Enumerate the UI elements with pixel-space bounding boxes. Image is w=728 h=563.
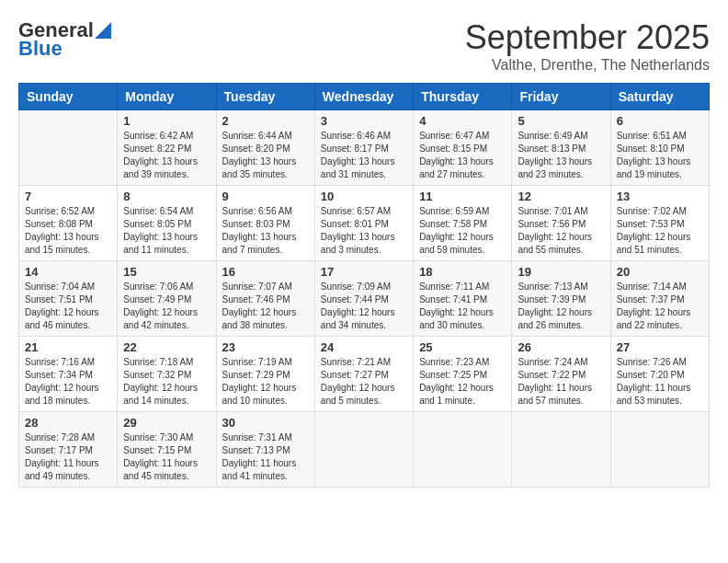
- calendar-cell: 1Sunrise: 6:42 AM Sunset: 8:22 PM Daylig…: [118, 110, 216, 186]
- calendar-cell: 18Sunrise: 7:11 AM Sunset: 7:41 PM Dayli…: [414, 261, 512, 337]
- calendar-cell: 3Sunrise: 6:46 AM Sunset: 8:17 PM Daylig…: [314, 110, 413, 186]
- weekday-header-thursday: Thursday: [414, 84, 512, 110]
- location: Valthe, Drenthe, The Netherlands: [465, 57, 710, 74]
- calendar-cell: 17Sunrise: 7:09 AM Sunset: 7:44 PM Dayli…: [314, 261, 413, 337]
- calendar-body: 1Sunrise: 6:42 AM Sunset: 8:22 PM Daylig…: [19, 110, 710, 488]
- day-number: 3: [321, 114, 407, 128]
- logo-blue: Blue: [18, 37, 63, 61]
- calendar-cell: [19, 110, 118, 186]
- weekday-header-sunday: Sunday: [19, 84, 118, 110]
- day-number: 30: [222, 416, 309, 430]
- calendar-cell: [414, 412, 512, 488]
- day-info: Sunrise: 6:56 AM Sunset: 8:03 PM Dayligh…: [222, 205, 309, 257]
- weekday-header-friday: Friday: [512, 84, 610, 110]
- day-number: 19: [518, 265, 604, 279]
- svg-marker-0: [95, 22, 111, 39]
- calendar-cell: 26Sunrise: 7:24 AM Sunset: 7:22 PM Dayli…: [512, 337, 610, 412]
- day-number: 6: [617, 114, 703, 128]
- day-info: Sunrise: 6:59 AM Sunset: 7:58 PM Dayligh…: [419, 205, 506, 257]
- calendar-week-5: 28Sunrise: 7:28 AM Sunset: 7:17 PM Dayli…: [19, 412, 710, 488]
- day-info: Sunrise: 7:24 AM Sunset: 7:22 PM Dayligh…: [518, 356, 604, 408]
- day-info: Sunrise: 7:11 AM Sunset: 7:41 PM Dayligh…: [419, 281, 506, 332]
- calendar-cell: 24Sunrise: 7:21 AM Sunset: 7:27 PM Dayli…: [314, 337, 413, 412]
- calendar-header-row: SundayMondayTuesdayWednesdayThursdayFrid…: [19, 84, 710, 110]
- calendar-cell: 28Sunrise: 7:28 AM Sunset: 7:17 PM Dayli…: [19, 412, 118, 488]
- day-number: 7: [25, 190, 111, 203]
- day-number: 28: [25, 416, 111, 430]
- day-number: 15: [123, 265, 210, 279]
- calendar-week-1: 1Sunrise: 6:42 AM Sunset: 8:22 PM Daylig…: [19, 110, 710, 186]
- day-info: Sunrise: 7:18 AM Sunset: 7:32 PM Dayligh…: [123, 356, 210, 408]
- day-info: Sunrise: 7:16 AM Sunset: 7:34 PM Dayligh…: [25, 356, 111, 408]
- day-info: Sunrise: 7:19 AM Sunset: 7:29 PM Dayligh…: [222, 356, 309, 408]
- calendar-cell: 15Sunrise: 7:06 AM Sunset: 7:49 PM Dayli…: [118, 261, 216, 337]
- calendar-cell: 5Sunrise: 6:49 AM Sunset: 8:13 PM Daylig…: [512, 110, 610, 186]
- day-info: Sunrise: 7:28 AM Sunset: 7:17 PM Dayligh…: [25, 431, 111, 483]
- calendar-cell: 13Sunrise: 7:02 AM Sunset: 7:53 PM Dayli…: [610, 186, 709, 261]
- day-info: Sunrise: 7:30 AM Sunset: 7:15 PM Dayligh…: [123, 431, 210, 483]
- day-info: Sunrise: 6:44 AM Sunset: 8:20 PM Dayligh…: [222, 130, 309, 181]
- calendar-week-4: 21Sunrise: 7:16 AM Sunset: 7:34 PM Dayli…: [19, 337, 710, 412]
- day-info: Sunrise: 7:01 AM Sunset: 7:56 PM Dayligh…: [518, 205, 604, 257]
- day-info: Sunrise: 7:07 AM Sunset: 7:46 PM Dayligh…: [222, 281, 309, 332]
- day-info: Sunrise: 7:23 AM Sunset: 7:25 PM Dayligh…: [419, 356, 506, 408]
- day-info: Sunrise: 7:06 AM Sunset: 7:49 PM Dayligh…: [123, 281, 210, 332]
- logo-arrow-icon: [95, 22, 111, 39]
- day-info: Sunrise: 6:47 AM Sunset: 8:15 PM Dayligh…: [419, 130, 506, 181]
- day-number: 23: [222, 340, 309, 354]
- day-number: 22: [123, 340, 210, 354]
- calendar-cell: 29Sunrise: 7:30 AM Sunset: 7:15 PM Dayli…: [118, 412, 216, 488]
- day-number: 13: [617, 190, 703, 203]
- day-info: Sunrise: 7:04 AM Sunset: 7:51 PM Dayligh…: [25, 281, 111, 332]
- calendar-cell: 19Sunrise: 7:13 AM Sunset: 7:39 PM Dayli…: [512, 261, 610, 337]
- calendar-cell: 16Sunrise: 7:07 AM Sunset: 7:46 PM Dayli…: [216, 261, 314, 337]
- calendar-cell: 21Sunrise: 7:16 AM Sunset: 7:34 PM Dayli…: [19, 337, 118, 412]
- day-number: 26: [518, 340, 604, 354]
- day-info: Sunrise: 7:21 AM Sunset: 7:27 PM Dayligh…: [321, 356, 407, 408]
- weekday-header-tuesday: Tuesday: [216, 84, 314, 110]
- weekday-header-monday: Monday: [118, 84, 216, 110]
- calendar-cell: 9Sunrise: 6:56 AM Sunset: 8:03 PM Daylig…: [216, 186, 314, 261]
- calendar-cell: 23Sunrise: 7:19 AM Sunset: 7:29 PM Dayli…: [216, 337, 314, 412]
- day-info: Sunrise: 6:52 AM Sunset: 8:08 PM Dayligh…: [25, 205, 111, 257]
- calendar-cell: 11Sunrise: 6:59 AM Sunset: 7:58 PM Dayli…: [414, 186, 512, 261]
- day-info: Sunrise: 7:31 AM Sunset: 7:13 PM Dayligh…: [222, 431, 309, 483]
- calendar-cell: 7Sunrise: 6:52 AM Sunset: 8:08 PM Daylig…: [19, 186, 118, 261]
- day-number: 21: [25, 340, 111, 354]
- calendar-cell: [512, 412, 610, 488]
- logo: General Blue: [18, 18, 112, 61]
- calendar-week-2: 7Sunrise: 6:52 AM Sunset: 8:08 PM Daylig…: [19, 186, 710, 261]
- day-info: Sunrise: 6:54 AM Sunset: 8:05 PM Dayligh…: [123, 205, 210, 257]
- calendar-cell: 14Sunrise: 7:04 AM Sunset: 7:51 PM Dayli…: [19, 261, 118, 337]
- calendar-cell: 2Sunrise: 6:44 AM Sunset: 8:20 PM Daylig…: [216, 110, 314, 186]
- day-info: Sunrise: 7:02 AM Sunset: 7:53 PM Dayligh…: [617, 205, 703, 257]
- day-number: 1: [123, 114, 210, 128]
- day-number: 27: [617, 340, 703, 354]
- day-info: Sunrise: 7:26 AM Sunset: 7:20 PM Dayligh…: [617, 356, 703, 408]
- day-number: 2: [222, 114, 309, 128]
- calendar-cell: 6Sunrise: 6:51 AM Sunset: 8:10 PM Daylig…: [610, 110, 709, 186]
- calendar-cell: 25Sunrise: 7:23 AM Sunset: 7:25 PM Dayli…: [414, 337, 512, 412]
- day-number: 18: [419, 265, 506, 279]
- day-info: Sunrise: 7:09 AM Sunset: 7:44 PM Dayligh…: [321, 281, 407, 332]
- calendar-cell: 27Sunrise: 7:26 AM Sunset: 7:20 PM Dayli…: [610, 337, 709, 412]
- calendar-week-3: 14Sunrise: 7:04 AM Sunset: 7:51 PM Dayli…: [19, 261, 710, 337]
- calendar-cell: 12Sunrise: 7:01 AM Sunset: 7:56 PM Dayli…: [512, 186, 610, 261]
- day-number: 10: [321, 190, 407, 203]
- day-info: Sunrise: 6:42 AM Sunset: 8:22 PM Dayligh…: [123, 130, 210, 181]
- calendar-cell: 20Sunrise: 7:14 AM Sunset: 7:37 PM Dayli…: [610, 261, 709, 337]
- day-info: Sunrise: 6:51 AM Sunset: 8:10 PM Dayligh…: [617, 130, 703, 181]
- calendar-cell: [314, 412, 413, 488]
- weekday-header-saturday: Saturday: [610, 84, 709, 110]
- month-title: September 2025: [465, 18, 710, 57]
- day-number: 8: [123, 190, 210, 203]
- day-number: 29: [123, 416, 210, 430]
- day-number: 16: [222, 265, 309, 279]
- title-section: September 2025 Valthe, Drenthe, The Neth…: [465, 18, 710, 74]
- calendar-table: SundayMondayTuesdayWednesdayThursdayFrid…: [18, 83, 710, 488]
- day-info: Sunrise: 7:13 AM Sunset: 7:39 PM Dayligh…: [518, 281, 604, 332]
- day-number: 12: [518, 190, 604, 203]
- day-number: 14: [25, 265, 111, 279]
- calendar-cell: 22Sunrise: 7:18 AM Sunset: 7:32 PM Dayli…: [118, 337, 216, 412]
- day-info: Sunrise: 7:14 AM Sunset: 7:37 PM Dayligh…: [617, 281, 703, 332]
